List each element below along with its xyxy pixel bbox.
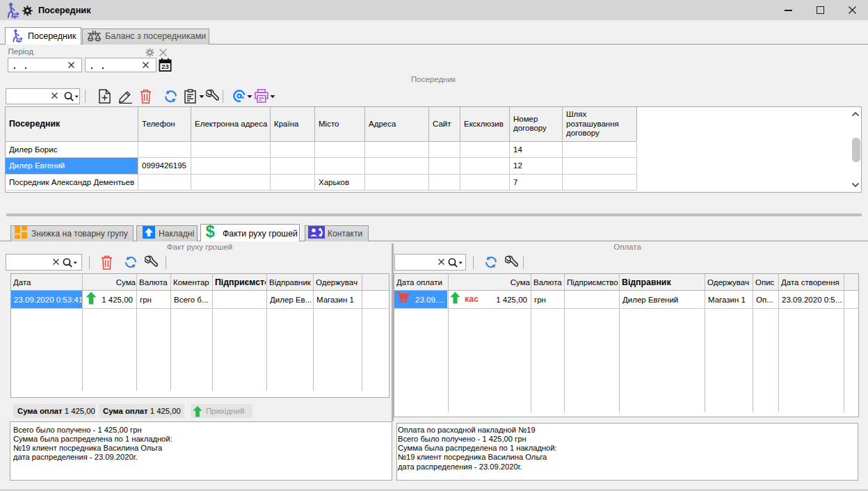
svg-text:23: 23 (161, 63, 169, 70)
